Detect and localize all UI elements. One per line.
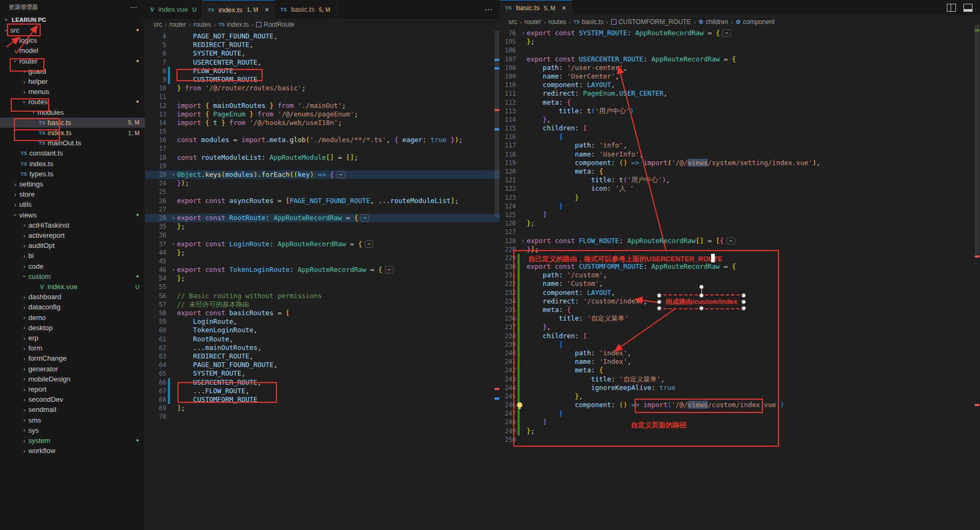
tree-folder-routes[interactable]: ›routes● xyxy=(0,97,145,107)
code-line-108[interactable]: 108 path: '/user-center', xyxy=(500,64,980,72)
tree-folder-sys[interactable]: ›sys xyxy=(0,425,145,435)
code-line-113[interactable]: 113 title: t('用户中心') xyxy=(500,107,980,115)
code-line-18[interactable]: 18const routeModuleList: AppRouteModule[… xyxy=(145,153,500,162)
code-line-107[interactable]: 107export const USERCENTER_ROUTE: AppRou… xyxy=(500,55,980,64)
tree-folder-custom[interactable]: ›custom● xyxy=(0,271,145,282)
fold-chevron-icon[interactable]: › xyxy=(170,266,177,274)
code-line-248[interactable]: 248 ] xyxy=(500,418,980,426)
tree-file-constant.ts[interactable]: TSconstant.ts xyxy=(0,148,145,158)
code-line-246[interactable]: 246 component: () => import('/@/views/cu… xyxy=(500,401,980,409)
fold-chevron-icon[interactable]: › xyxy=(170,214,177,222)
fold-chevron-icon[interactable]: › xyxy=(170,170,177,179)
tree-folder-code[interactable]: ›code xyxy=(0,261,145,271)
more-actions-icon[interactable]: ⋯ xyxy=(484,5,492,14)
code-line-19[interactable]: 19 xyxy=(145,162,500,170)
code-line-46[interactable]: 46›export const TokenLoginRoute: AppRout… xyxy=(145,266,500,274)
tree-folder-model[interactable]: ›model xyxy=(0,45,145,56)
split-editor-icon[interactable] xyxy=(947,4,956,12)
code-line-6[interactable]: 6 SYSTEM_ROUTE, xyxy=(145,49,500,58)
code-line-117[interactable]: 117 path: 'info', xyxy=(500,141,980,150)
tree-folder-store[interactable]: ›store xyxy=(0,189,145,199)
code-line-239[interactable]: 239 { xyxy=(500,340,980,349)
code-line-45[interactable]: 45 xyxy=(145,257,500,266)
breadcrumb-item-src[interactable]: src xyxy=(153,21,162,28)
tree-folder-sendmail[interactable]: ›sendmail xyxy=(0,404,145,415)
code-line-57[interactable]: 57// 未经许可的基本路由 xyxy=(145,300,500,309)
code-line-64[interactable]: 64 PAGE_NOT_FOUND_ROUTE, xyxy=(145,361,500,369)
code-line-35[interactable]: 35}; xyxy=(145,222,500,231)
code-line-250[interactable]: 250 xyxy=(500,435,980,444)
tab-basic.ts[interactable]: TSbasic.ts5, M× xyxy=(500,0,572,15)
scrollbar-thumb[interactable] xyxy=(975,25,979,254)
code-line-20[interactable]: 20›Object.keys(modules).forEach((key) =>… xyxy=(145,170,500,179)
tree-folder-guard[interactable]: ›guard xyxy=(0,66,145,76)
tree-folder-sms[interactable]: ›sms xyxy=(0,415,145,425)
code-line-54[interactable]: 54}; xyxy=(145,274,500,283)
breadcrumb-item-router[interactable]: router xyxy=(169,21,186,28)
tree-folder-system[interactable]: ›system● xyxy=(0,435,145,446)
code-line-236[interactable]: 236 title: '自定义菜单' xyxy=(500,314,980,323)
code-line-25[interactable]: 25 xyxy=(145,188,500,196)
close-icon[interactable]: × xyxy=(265,6,269,13)
tree-folder-auditOpt[interactable]: ›auditOpt xyxy=(0,240,145,251)
tree-folder-bi[interactable]: ›bi xyxy=(0,251,145,261)
code-editor[interactable]: 4 PAGE_NOT_FOUND_ROUTE,5 REDIRECT_ROUTE,… xyxy=(145,30,500,421)
code-line-114[interactable]: 114 }, xyxy=(500,115,980,124)
code-line-36[interactable]: 36 xyxy=(145,231,500,239)
tree-file-index.ts[interactable]: TSindex.ts1, M xyxy=(0,128,145,138)
code-line-69[interactable]: 69]; xyxy=(145,404,500,412)
code-line-230[interactable]: 230export const CUSTOMFORM_ROUTE: AppRou… xyxy=(500,262,980,271)
code-line-119[interactable]: 119 component: () => import('/@/views/sy… xyxy=(500,159,980,167)
code-editor[interactable]: 76›export const SYSTEM_ROUTE: AppRouteRe… xyxy=(500,29,980,444)
tree-folder-erp[interactable]: ›erp xyxy=(0,333,145,343)
code-line-126[interactable]: 126}; xyxy=(500,219,980,228)
close-icon[interactable]: × xyxy=(562,5,566,11)
code-line-59[interactable]: 59 LoginRoute, xyxy=(145,317,500,326)
code-line-58[interactable]: 58export const basicRoutes = [ xyxy=(145,309,500,317)
tree-folder-views[interactable]: ›views● xyxy=(0,210,145,220)
code-line-229[interactable]: 229 xyxy=(500,254,980,262)
code-line-55[interactable]: 55 xyxy=(145,283,500,291)
code-line-115[interactable]: 115 children: [ xyxy=(500,124,980,132)
code-line-105[interactable]: 105}; xyxy=(500,37,980,46)
code-line-125[interactable]: 125 ] xyxy=(500,211,980,219)
tree-file-index.ts[interactable]: TSindex.ts xyxy=(0,159,145,169)
tree-file-index.vue[interactable]: Vindex.vueU xyxy=(0,282,145,292)
tree-folder-helper[interactable]: ›helper xyxy=(0,76,145,87)
scrollbar-thumb[interactable] xyxy=(495,30,499,217)
tree-file-types.ts[interactable]: TStypes.ts xyxy=(0,169,145,179)
code-line-68[interactable]: 68 CUSTOMFORM_ROUTE xyxy=(145,395,500,404)
breadcrumb-item-component[interactable]: ⚙component xyxy=(736,18,775,26)
tab-index.vue[interactable]: Vindex.vueU xyxy=(145,0,203,19)
code-line-243[interactable]: 243 title: '自定义菜单', xyxy=(500,375,980,384)
code-line-231[interactable]: 231 path: '/custom', xyxy=(500,271,980,279)
explorer-more-actions-icon[interactable]: ⋯ xyxy=(130,3,137,11)
breadcrumb-item-src[interactable]: src xyxy=(508,18,517,26)
tree-folder-utils[interactable]: ›utils xyxy=(0,199,145,209)
code-line-4[interactable]: 4 PAGE_NOT_FOUND_ROUTE, xyxy=(145,32,500,41)
code-line-67[interactable]: 67 ...FLOW_ROUTE, xyxy=(145,387,500,395)
tab-basic.ts[interactable]: TSbasic.ts5, M xyxy=(275,0,336,19)
code-line-63[interactable]: 63 REDIRECT_ROUTE, xyxy=(145,352,500,361)
code-line-28[interactable]: 28›export const RootRoute: AppRouteRecor… xyxy=(145,214,500,222)
tree-folder-activereport[interactable]: ›activereport xyxy=(0,230,145,240)
code-line-44[interactable]: 44}; xyxy=(145,248,500,257)
code-line-238[interactable]: 238 children: [ xyxy=(500,332,980,340)
code-line-234[interactable]: 234 redirect: '/custom/index', xyxy=(500,297,980,306)
code-line-56[interactable]: 56// Basic routing without permissions xyxy=(145,292,500,300)
workspace-section-header[interactable]: › LEARUN PC xyxy=(0,14,145,25)
code-line-242[interactable]: 242 meta: { xyxy=(500,366,980,375)
code-line-247[interactable]: 247 } xyxy=(500,409,980,418)
code-line-111[interactable]: 111 redirect: PageEnum.USER_CENTER, xyxy=(500,89,980,98)
tree-folder-mobileDesign[interactable]: ›mobileDesign xyxy=(0,374,145,384)
code-line-240[interactable]: 240 path: 'index', xyxy=(500,349,980,357)
lightbulb-icon[interactable] xyxy=(517,402,522,408)
tab-index.ts[interactable]: TSindex.ts1, M× xyxy=(203,0,275,19)
code-line-110[interactable]: 110 component: LAYOUT, xyxy=(500,81,980,89)
code-line-228[interactable]: 228}]; xyxy=(500,245,980,254)
code-line-14[interactable]: 14import { t } from '/@/hooks/web/useI18… xyxy=(145,119,500,127)
code-line-241[interactable]: 241 name: 'Index', xyxy=(500,357,980,366)
code-line-237[interactable]: 237 }, xyxy=(500,323,980,331)
fold-chevron-icon[interactable]: › xyxy=(520,237,527,245)
code-line-116[interactable]: 116 { xyxy=(500,132,980,141)
